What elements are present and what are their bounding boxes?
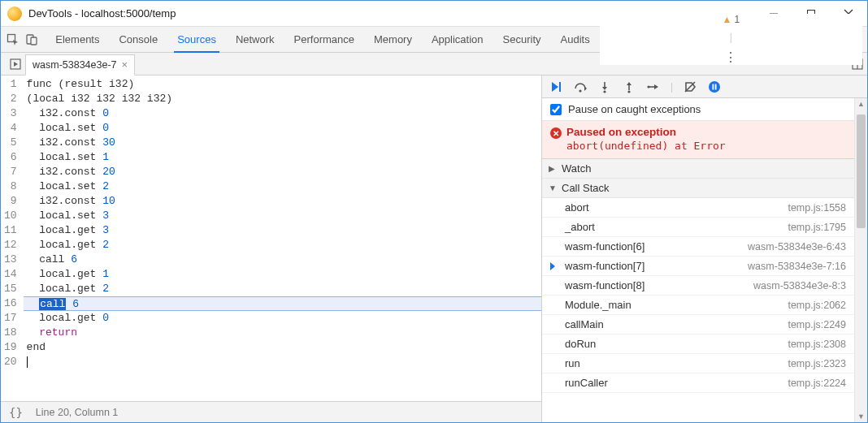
cursor-position: Line 20, Column 1 [36,407,118,418]
scroll-up-icon[interactable]: ▲ [855,100,867,108]
debugger-pane: | Pause on caught exceptions ✕ Paused on… [542,76,867,422]
scroll-thumb[interactable] [857,114,866,228]
code-line[interactable]: call 6 [24,253,541,267]
frame-function: _abort [565,221,595,233]
tab-security[interactable]: Security [493,27,551,52]
code-line[interactable]: local.get 1 [24,267,541,282]
svg-rect-27 [715,84,717,89]
code-line[interactable]: end [24,340,541,355]
svg-marker-8 [14,62,18,67]
code-line[interactable]: local.get 2 [24,238,541,253]
stack-frame[interactable]: wasm-function[7]wasm-53834e3e-7:16 [542,257,854,276]
tab-application[interactable]: Application [422,27,493,52]
frame-function: abort [565,201,589,214]
more-menu-icon[interactable]: ⋮ [719,50,742,65]
svg-point-25 [709,81,720,93]
svg-point-20 [627,90,630,93]
frame-location: wasm-53834e3e-6:43 [748,241,846,253]
step-out-button[interactable] [622,80,636,94]
step-over-button[interactable] [573,80,588,94]
toggle-navigator-icon[interactable] [6,54,25,74]
debug-side-pane: Pause on caught exceptions ✕ Paused on e… [542,98,867,422]
step-button[interactable] [646,80,661,94]
code-line[interactable]: i32.const 30 [24,136,541,150]
code-line[interactable] [24,355,541,369]
code-line[interactable]: (local i32 i32 i32 i32) [24,92,541,106]
code-line[interactable]: func (result i32) [24,77,541,92]
deactivate-breakpoints-button[interactable] [683,80,697,94]
code-line[interactable]: local.get 3 [24,223,541,238]
code-line[interactable]: local.set 2 [24,179,541,194]
call-stack-list: aborttemp.js:1558_aborttemp.js:1795wasm-… [542,198,854,393]
pause-caught-label: Pause on caught exceptions [568,103,701,115]
code-editor[interactable]: 1234567891011121314151617181920 func (re… [1,76,541,401]
frame-function: doRun [565,338,596,350]
code-line[interactable]: i32.const 10 [24,194,541,209]
stack-frame[interactable]: callMaintemp.js:2249 [542,315,854,335]
file-tab[interactable]: wasm-53834e3e-7 × [25,54,135,76]
tab-sources[interactable]: Sources [167,27,226,52]
code-line[interactable]: i32.const 20 [24,165,541,179]
svg-point-13 [579,89,581,92]
chevron-down-icon: ▼ [549,183,557,192]
tab-audits[interactable]: Audits [551,27,600,52]
watch-section-header[interactable]: ▶ Watch [542,159,854,179]
code-line[interactable]: local.set 0 [24,121,541,136]
frame-function: wasm-function[7] [565,260,644,272]
tab-performance[interactable]: Performance [284,27,364,52]
tab-memory[interactable]: Memory [364,27,422,52]
frame-location: temp.js:2062 [788,300,846,311]
code-body[interactable]: func (result i32)(local i32 i32 i32 i32)… [24,76,541,401]
inspect-element-icon[interactable] [4,28,23,51]
editor-pane: 1234567891011121314151617181920 func (re… [1,76,542,422]
frame-function: Module._main [565,299,631,311]
stack-frame[interactable]: wasm-function[6]wasm-53834e3e-6:43 [542,237,854,257]
close-tab-icon[interactable]: × [122,58,128,71]
stack-frame[interactable]: wasm-function[8]wasm-53834e3e-8:3 [542,276,854,296]
code-line[interactable]: local.get 2 [24,282,541,296]
stack-frame[interactable]: Module._maintemp.js:2062 [542,296,854,315]
scroll-down-icon[interactable]: ▼ [855,412,867,421]
code-line[interactable]: local.set 3 [24,209,541,223]
code-line[interactable]: local.set 1 [24,150,541,165]
tab-console[interactable]: Console [109,27,167,52]
tab-network[interactable]: Network [226,27,284,52]
pause-on-exceptions-button[interactable] [707,80,722,94]
workspace: 1234567891011121314151617181920 func (re… [1,76,867,422]
svg-marker-19 [627,82,631,85]
exception-title: Paused on exception [566,126,846,138]
stack-frame[interactable]: runtemp.js:2323 [542,354,854,373]
code-line[interactable]: call 6 [24,296,541,311]
frame-location: temp.js:2308 [788,339,846,350]
code-line[interactable]: local.get 0 [24,311,541,326]
code-line[interactable]: return [24,326,541,340]
frame-function: wasm-function[6] [565,240,644,253]
scrollbar[interactable]: ▲ ▼ [854,98,867,422]
chevron-right-icon: ▶ [549,164,557,173]
frame-function: runCaller [565,377,608,389]
frame-location: wasm-53834e3e-8:3 [753,280,846,291]
stack-frame[interactable]: doRuntemp.js:2308 [542,335,854,354]
resume-button[interactable] [549,80,563,94]
debug-toolbar: | [542,76,867,98]
frame-location: temp.js:1795 [788,222,846,233]
step-into-button[interactable] [597,80,612,94]
callstack-section-header[interactable]: ▼ Call Stack [542,179,854,198]
frame-function: callMain [565,318,604,330]
devtools-app-icon [7,6,22,21]
pause-caught-row[interactable]: Pause on caught exceptions [542,98,854,121]
tab-elements[interactable]: Elements [46,27,109,52]
code-line[interactable]: i32.const 0 [24,106,541,121]
pretty-print-icon[interactable]: {} [9,406,23,419]
warnings-badge[interactable]: ▲ 1 [723,14,740,25]
frame-function: wasm-function[8] [565,279,644,291]
stack-frame[interactable]: _aborttemp.js:1795 [542,218,854,237]
device-toolbar-icon[interactable] [23,28,41,51]
stack-frame[interactable]: aborttemp.js:1558 [542,198,854,218]
stack-frame[interactable]: runCallertemp.js:2224 [542,373,854,393]
paused-exception-banner: ✕ Paused on exception abort(undefined) a… [542,121,854,159]
callstack-label: Call Stack [562,182,610,194]
main-tabbar: ElementsConsoleSourcesNetworkPerformance… [1,27,867,53]
pause-caught-checkbox[interactable] [550,104,562,115]
warning-icon: ▲ [723,14,732,25]
